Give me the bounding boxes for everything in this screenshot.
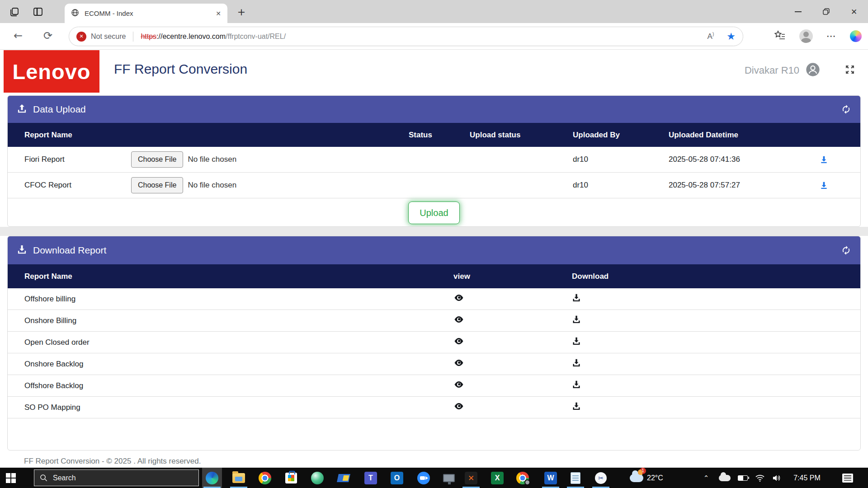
download-row: SO PO Mapping <box>8 397 860 418</box>
report-name: CFOC Report <box>24 181 131 190</box>
download-report-section: Download Report Report Name view Downloa… <box>7 236 861 450</box>
taskbar-snipping-tool-icon[interactable]: ✂ <box>591 468 611 488</box>
data-upload-section: Data Upload Report Name Status Upload st… <box>7 95 861 227</box>
new-tab-button[interactable]: + <box>235 6 248 18</box>
col-upload-status: Upload status <box>470 131 573 140</box>
file-chosen-label: No file chosen <box>188 181 236 190</box>
report-name: Onshore Billing <box>24 316 434 325</box>
data-upload-header: Data Upload <box>8 96 860 123</box>
profile-avatar[interactable] <box>799 29 813 43</box>
taskbar-edge-icon[interactable] <box>202 468 222 488</box>
taskbar-teams-icon[interactable]: T <box>361 468 381 488</box>
upload-refresh-icon[interactable] <box>841 104 851 115</box>
report-name: Fiori Report <box>24 155 131 164</box>
taskbar-chrome-profile-icon[interactable] <box>513 468 533 488</box>
vertical-tabs-icon[interactable] <box>32 5 44 18</box>
upload-table-header: Report Name Status Upload status Uploade… <box>8 123 860 147</box>
workspaces-icon[interactable] <box>8 5 21 18</box>
taskbar-chrome-icon[interactable] <box>255 468 275 488</box>
download-template-icon[interactable] <box>804 181 844 190</box>
start-button[interactable] <box>1 468 21 488</box>
browser-toolbar: ← ⟳ ✕ Not secure https://ecentre.lenovo.… <box>0 23 868 50</box>
view-eye-icon[interactable] <box>434 379 560 392</box>
view-eye-icon[interactable] <box>434 401 560 414</box>
choose-file-button[interactable]: Choose File <box>131 151 183 168</box>
tab-close-icon[interactable]: ✕ <box>216 10 221 17</box>
section-divider-band <box>0 227 868 236</box>
fullscreen-expand-icon[interactable] <box>844 64 855 77</box>
report-name: Onshore Backlog <box>24 360 434 369</box>
taskbar-word-icon[interactable]: W <box>541 468 561 488</box>
report-name: SO PO Mapping <box>24 403 434 412</box>
notification-center-icon[interactable] <box>836 468 859 488</box>
window-close-button[interactable]: ✕ <box>840 0 868 23</box>
taskbar-zoom-icon[interactable] <box>414 468 434 488</box>
refresh-icon[interactable]: ⟳ <box>43 29 52 42</box>
tray-wifi-icon[interactable] <box>752 468 768 488</box>
tray-onedrive-icon[interactable] <box>717 468 733 488</box>
url-path: /ffrptconv-uat/REL/ <box>226 33 286 40</box>
taskbar-vpn-globe-icon[interactable] <box>307 468 327 488</box>
tray-chevron-up-icon[interactable]: ⌃ <box>698 468 714 488</box>
weather-widget[interactable]: 1 22°C <box>630 468 663 488</box>
row-download-icon[interactable] <box>560 380 844 391</box>
lenovo-logo: Lenovo <box>4 50 99 93</box>
tray-battery-icon[interactable] <box>735 468 751 488</box>
user-avatar-icon[interactable] <box>806 62 820 79</box>
browser-tab-bar: ECOMM - Index ✕ + ✕ <box>0 0 868 23</box>
back-icon[interactable]: ← <box>14 29 23 42</box>
taskbar-search-box[interactable]: Search <box>34 469 199 486</box>
taskbar-flag-app-icon[interactable] <box>334 468 354 488</box>
site-header: Lenovo FF Report Conversion Divakar R10 <box>0 50 868 93</box>
taskbar-clock[interactable]: 7:45 PM <box>788 468 826 488</box>
upload-button[interactable]: Upload <box>408 202 460 224</box>
view-eye-icon[interactable] <box>434 336 560 349</box>
col-view: view <box>434 272 560 281</box>
favorites-list-icon[interactable] <box>774 30 786 42</box>
col-uploaded-datetime: Uploaded Datetime <box>669 131 804 140</box>
copilot-icon[interactable] <box>850 30 862 42</box>
view-eye-icon[interactable] <box>434 292 560 305</box>
taskbar-store-icon[interactable] <box>281 468 301 488</box>
taskbar-nx-app-icon[interactable]: ✕ <box>461 468 481 488</box>
windows-taskbar: Search T O ✕ X W ✂ 1 22°C ⌃ 7:45 PM <box>0 468 868 488</box>
bookmark-star-icon[interactable]: ★ <box>726 31 736 42</box>
col-download: Download <box>560 272 844 281</box>
tab-favicon-globe-icon <box>71 9 79 19</box>
row-download-icon[interactable] <box>560 315 844 326</box>
not-secure-label[interactable]: Not secure <box>91 33 126 41</box>
tray-volume-icon[interactable] <box>769 468 785 488</box>
search-placeholder: Search <box>53 474 76 482</box>
row-download-icon[interactable] <box>560 358 844 370</box>
taskbar-outlook-icon[interactable]: O <box>387 468 407 488</box>
taskbar-file-explorer-icon[interactable] <box>229 468 249 488</box>
download-template-icon[interactable] <box>804 155 844 164</box>
taskbar-notepad-icon[interactable] <box>566 468 585 488</box>
not-secure-icon: ✕ <box>76 32 86 42</box>
uploaded-datetime-value: 2025-05-28 07:57:27 <box>669 181 804 190</box>
page-content: Lenovo FF Report Conversion Divakar R10 … <box>0 50 868 468</box>
window-restore-button[interactable] <box>812 0 840 23</box>
download-row: Open Closed order <box>8 332 860 353</box>
user-name[interactable]: Divakar R10 <box>745 65 799 76</box>
settings-menu-icon[interactable]: ⋯ <box>826 31 836 42</box>
address-bar[interactable]: ✕ Not secure https://ecentre.lenovo.com/… <box>69 27 743 46</box>
download-report-header: Download Report <box>8 236 860 264</box>
view-eye-icon[interactable] <box>434 357 560 371</box>
file-chosen-label: No file chosen <box>188 155 236 164</box>
view-eye-icon[interactable] <box>434 314 560 327</box>
window-minimize-button[interactable] <box>784 0 812 23</box>
windows-logo-icon <box>6 473 16 483</box>
download-row: Onshore Billing <box>8 310 860 332</box>
url-scheme: https <box>141 33 156 40</box>
taskbar-excel-icon[interactable]: X <box>487 468 507 488</box>
taskbar-remote-desktop-icon[interactable] <box>439 468 459 488</box>
browser-tab[interactable]: ECOMM - Index ✕ <box>65 4 227 23</box>
row-download-icon[interactable] <box>560 402 844 413</box>
uploaded-by-value: dr10 <box>573 181 669 190</box>
read-aloud-icon[interactable]: A) <box>708 32 714 41</box>
row-download-icon[interactable] <box>560 337 844 348</box>
choose-file-button[interactable]: Choose File <box>131 177 183 193</box>
row-download-icon[interactable] <box>560 293 844 305</box>
download-refresh-icon[interactable] <box>841 245 851 256</box>
